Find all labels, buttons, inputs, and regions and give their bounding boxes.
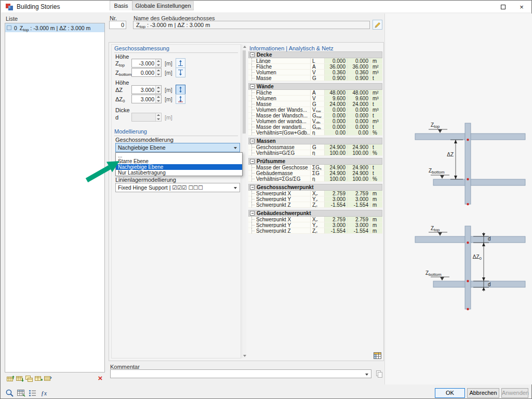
info-row-symbol: Xc	[311, 191, 325, 196]
info-row-value-analytic: 100.00	[325, 176, 348, 181]
abmessung-scrollbar[interactable]	[242, 44, 246, 358]
add-story-above-button[interactable]	[6, 374, 15, 383]
info-row-unit: m²	[370, 64, 382, 69]
section-modellierung: Modellierung	[114, 128, 238, 136]
collapse-icon[interactable]	[250, 84, 255, 89]
collapse-icon[interactable]	[250, 159, 255, 164]
info-group-header[interactable]: Massen	[248, 138, 382, 144]
tab-basis[interactable]: Basis	[110, 1, 132, 10]
linienlagermodellierung-combo[interactable]: Fixed Hinge Support | ☑☑☑ ☐☐☐	[115, 183, 240, 192]
zbottom-input[interactable]: 0.000	[131, 68, 162, 77]
close-button[interactable]: ×	[512, 1, 531, 12]
collapse-icon[interactable]	[250, 211, 255, 216]
delete-all-stories-button[interactable]: ×	[96, 374, 105, 382]
dz0-input[interactable]: 3.000	[131, 95, 162, 103]
renumber-stories-button[interactable]	[43, 374, 52, 383]
scroll-up-icon[interactable]	[243, 44, 246, 49]
dropdown-option[interactable]: ...	[116, 153, 242, 158]
pencil-icon	[374, 21, 381, 28]
info-row-label: Fläche	[248, 90, 311, 95]
kommentar-combo[interactable]	[110, 369, 371, 378]
info-row-label: Masse der Wandsch...	[248, 113, 311, 118]
zbottom-spinner[interactable]	[155, 69, 161, 76]
info-group-header[interactable]: Prüfsumme	[248, 158, 382, 165]
linienlagermodellierung-label: Linienlagermodellierung	[115, 177, 176, 183]
info-group-header[interactable]: Decke	[248, 51, 382, 58]
list-numbering-button[interactable]	[28, 388, 37, 398]
dz0-spinner[interactable]	[155, 95, 161, 103]
ztop-pick-button[interactable]	[176, 58, 185, 68]
ok-button[interactable]: OK	[435, 388, 465, 398]
info-row: Schwerpunkt XXc2.7592.759m	[248, 217, 382, 222]
info-row: Verhältnis=ΣGs/ΣGη100.00100.00%	[248, 176, 382, 182]
copy-story-button[interactable]	[24, 374, 34, 383]
info-group-header[interactable]: Wände	[248, 83, 382, 90]
ztop-spinner[interactable]	[155, 59, 161, 67]
tab-globale-einstellungen[interactable]: Globale Einstellungen	[132, 1, 194, 10]
measure-both-icon	[177, 96, 184, 102]
chevron-down-icon[interactable]	[232, 183, 240, 192]
info-row-symbol: ΣGs	[311, 165, 325, 170]
dz-spinner[interactable]	[155, 86, 161, 94]
geschossmodellierung-combo[interactable]: Nachgiebige Ebene	[115, 143, 240, 152]
info-row-unit: t	[370, 75, 382, 81]
add-story-below-button[interactable]	[15, 374, 24, 383]
name-field[interactable]: Ztop : -3.000 m | ΔZ : 3.000 m	[133, 21, 370, 29]
info-row-unit: m³	[370, 70, 382, 75]
info-row: Schwerpunkt XXc2.7592.759m	[248, 191, 382, 196]
dz-pick-button[interactable]	[176, 85, 185, 95]
cancel-button[interactable]: Abbrechen	[467, 388, 499, 398]
dz-input[interactable]: 3.000	[131, 85, 162, 94]
ztop-input[interactable]: -3.000	[131, 59, 162, 68]
table-settings-button[interactable]	[16, 388, 26, 398]
select-objects-button[interactable]	[5, 388, 15, 398]
info-row-unit: %	[370, 176, 382, 181]
apply-button[interactable]: Anwenden	[501, 388, 528, 398]
title-bar[interactable]: Building Stories ×	[1, 1, 531, 13]
maximize-button[interactable]	[494, 1, 512, 12]
spin-up-icon[interactable]	[156, 59, 161, 63]
spin-down-icon[interactable]	[156, 63, 161, 68]
chevron-down-icon[interactable]	[363, 370, 371, 378]
info-row-value-mesh: 24.900	[348, 170, 370, 176]
info-row-value-mesh: 2.759	[348, 217, 370, 222]
info-row-label: Verhältnis=ΣGs/ΣG	[248, 176, 311, 181]
info-row-symbol: Zc	[311, 228, 325, 233]
scroll-down-icon[interactable]	[243, 353, 246, 358]
table-arrow-up-icon	[6, 375, 15, 383]
hoehe1-label: Höhe	[115, 54, 129, 60]
info-row-label: Geschossmasse	[248, 144, 311, 150]
info-table-display-button[interactable]	[373, 351, 382, 361]
diagram2-d-bottom-label: d	[488, 282, 491, 287]
units-button[interactable]: ƒx	[39, 388, 49, 398]
collapse-icon[interactable]	[250, 139, 255, 143]
scrollbar-thumb[interactable]	[243, 50, 246, 134]
dropdown-option[interactable]: Nachgiebige Ebene	[116, 164, 242, 170]
list-item-text: Ztop : -3.000 m | ΔZ : 3.000 m	[20, 25, 90, 31]
info-row-value-mesh: -1.554	[348, 202, 370, 207]
stories-list[interactable]: 0 Ztop : -3.000 m | ΔZ : 3.000 m	[5, 23, 105, 373]
list-item[interactable]: 0 Ztop : -3.000 m | ΔZ : 3.000 m	[5, 23, 104, 32]
edit-name-button[interactable]	[373, 20, 382, 30]
collapse-icon[interactable]	[250, 185, 255, 190]
nr-field[interactable]: 0	[109, 21, 126, 29]
dropdown-option[interactable]: Nur Lastübertragung	[116, 170, 242, 176]
collapse-icon[interactable]	[250, 52, 255, 57]
diagram-ztop-label: Ztop	[431, 122, 440, 128]
table-arrow-down-icon	[16, 375, 24, 383]
info-row: Verhältnis=(Gsw+Gdb...η0.000.00%	[248, 130, 382, 136]
info-row-label: Verhältnis=G/ΣG	[248, 150, 311, 155]
zbottom-pick-button[interactable]	[176, 68, 185, 77]
info-row-symbol: η	[311, 176, 325, 181]
info-group-header[interactable]: Geschossschwerpunkt	[248, 184, 382, 191]
dz0-pick-button[interactable]	[176, 94, 185, 104]
insert-story-button[interactable]	[34, 374, 43, 383]
dropdown-option[interactable]: Starre Ebene	[116, 158, 242, 164]
info-row-value-analytic: 3.000	[325, 196, 348, 202]
info-row-unit: %	[370, 130, 382, 135]
info-row: Masse der wandarti...Gdb0.0000.000t	[248, 124, 382, 130]
comment-copy-button[interactable]	[374, 369, 384, 378]
info-group-header[interactable]: Gebäudeschwerpunkt	[248, 210, 382, 217]
info-row-label: Volumen	[248, 70, 311, 75]
chevron-down-icon[interactable]	[232, 143, 240, 152]
